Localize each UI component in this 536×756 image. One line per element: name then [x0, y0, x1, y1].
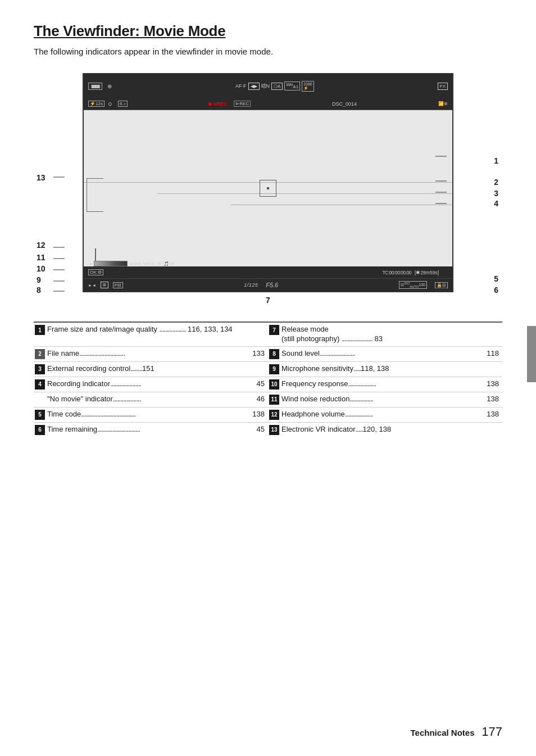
ref-item-11: 11 Wind noise reduction ................…	[268, 392, 502, 408]
callout-1: 1	[494, 156, 498, 165]
ref-page-10: 138	[487, 379, 499, 389]
callout-6: 6	[494, 286, 498, 295]
ref-text-12: Headphone volume	[281, 410, 345, 419]
ref-page-12: 138	[487, 410, 499, 419]
badge-5: 5	[35, 410, 45, 420]
badge-7: 7	[269, 325, 279, 335]
ref-text-1: Frame size and rate/image quality	[47, 325, 157, 333]
viewfinder: ▮▮▮▮▮ ⊕ AF·F ◀▶ 晴N ⬡A MAtA1 1080⚡ FX	[83, 73, 453, 292]
badge-13: 13	[269, 425, 279, 435]
ref-text-11: Wind noise reduction	[281, 395, 349, 404]
callout-12: 12	[37, 241, 46, 250]
ref-item-12: 12 Headphone volume ................... …	[268, 408, 502, 423]
ref-text-2: File name	[47, 349, 79, 359]
ref-item-8: 8 Sound level ........................ 1…	[268, 347, 502, 362]
ref-page-3: 151	[142, 364, 155, 374]
ref-text-13: Electronic VR indicator	[281, 425, 356, 434]
callout-2: 2	[494, 178, 498, 187]
ref-page-13: 120, 138	[363, 425, 392, 434]
ref-item-7: 7 Release mode (still photography) .....…	[268, 323, 502, 347]
ref-item-2: 2 File name ............................…	[34, 347, 268, 362]
callout-4: 4	[494, 199, 498, 208]
ref-text-7a: Release mode	[281, 325, 329, 333]
side-tab	[527, 326, 536, 382]
callout-5: 5	[494, 274, 498, 283]
ref-text-6: Time remaining	[47, 425, 97, 434]
ref-text-4: Recording indicator	[47, 379, 110, 389]
badge-10: 10	[269, 379, 279, 390]
callout-10: 10	[37, 264, 46, 273]
page-footer: Technical Notes 177	[411, 725, 502, 739]
badge-1: 1	[35, 325, 45, 335]
ref-item-13: 13 Electronic VR indicator ..... 120, 13…	[268, 423, 502, 437]
ref-page-9: 118, 138	[361, 364, 389, 374]
page-number: 177	[482, 725, 502, 739]
badge-2: 2	[35, 349, 45, 359]
vf-center-focus	[84, 110, 452, 266]
vf-bottombar: OK:⚙ TC:00:00:00.00 [✱29m59s] ►◄ ⊠ P⊟ 1/…	[84, 266, 452, 291]
ref-item-6: 6 Time remaining .......................…	[34, 423, 268, 437]
ref-page-8: 118	[487, 349, 499, 359]
reference-list: 1 Frame size and rate/image quality ....…	[34, 322, 502, 437]
callout-8: 8	[37, 286, 41, 295]
ref-text-4b: "No movie" indicator	[47, 395, 113, 404]
ref-page-1: 116, 133, 134	[188, 325, 233, 333]
ref-page-2: 133	[252, 349, 265, 359]
badge-8: 8	[269, 349, 279, 359]
vf-topbar-row1: ▮▮▮▮▮ ⊕ AF·F ◀▶ 晴N ⬡A MAtA1 1080⚡ FX	[84, 74, 452, 98]
ref-item-4b: 4 "No movie" indicator .................…	[34, 392, 268, 408]
intro-text: The following indicators appear in the v…	[34, 46, 502, 57]
callout-11: 11	[37, 253, 46, 262]
callout-7-label: 7	[65, 296, 471, 305]
badge-12: 12	[269, 410, 279, 420]
ref-text-7b: (still photography)	[281, 334, 339, 343]
ref-text-5: Time code	[47, 410, 81, 419]
badge-11: 11	[269, 395, 279, 405]
ref-item-5: 5 Time code ............................…	[34, 408, 268, 423]
badge-4: 4	[35, 379, 45, 390]
ref-page-4: 45	[257, 379, 265, 389]
ref-item-9: 9 Microphone sensitivity ..... 118, 138	[268, 362, 502, 377]
ref-page-7: 83	[374, 334, 382, 343]
diagram-container: 1 2 3 4 5 6 13 12 11 10 9 8 ▮▮▮▮▮ ⊕ AF·F	[34, 73, 502, 305]
ref-page-4b: 46	[257, 395, 265, 404]
badge-6: 6	[35, 425, 45, 435]
ref-text-10: Frequency response	[281, 379, 348, 389]
ref-page-11: 138	[487, 395, 499, 404]
ref-item-1: 1 Frame size and rate/image quality ....…	[34, 323, 268, 347]
section-label: Technical Notes	[411, 728, 475, 737]
badge-9: 9	[269, 364, 279, 374]
badge-3: 3	[35, 364, 45, 374]
ref-item-3: 3 External recording control ........ 15…	[34, 362, 268, 377]
ref-text-3: External recording control	[47, 364, 130, 374]
vf-topbar-row2: ⚡12s ⊙ 6.♪ ●REC ⊳REC DSC_0014 📶⊗	[84, 98, 452, 110]
ref-text-8: Sound level	[281, 349, 320, 359]
ref-text-9: Microphone sensitivity	[281, 364, 353, 374]
callout-3: 3	[494, 189, 498, 198]
callout-9: 9	[37, 275, 41, 284]
ref-page-6: 45	[257, 425, 265, 434]
callout-13: 13	[37, 173, 46, 182]
ref-page-5: 138	[252, 410, 265, 419]
page-title: The Viewfinder: Movie Mode	[34, 22, 502, 40]
ref-item-4: 4 Recording indicator ..................…	[34, 377, 268, 392]
ref-item-10: 10 Frequency response ..................…	[268, 377, 502, 392]
